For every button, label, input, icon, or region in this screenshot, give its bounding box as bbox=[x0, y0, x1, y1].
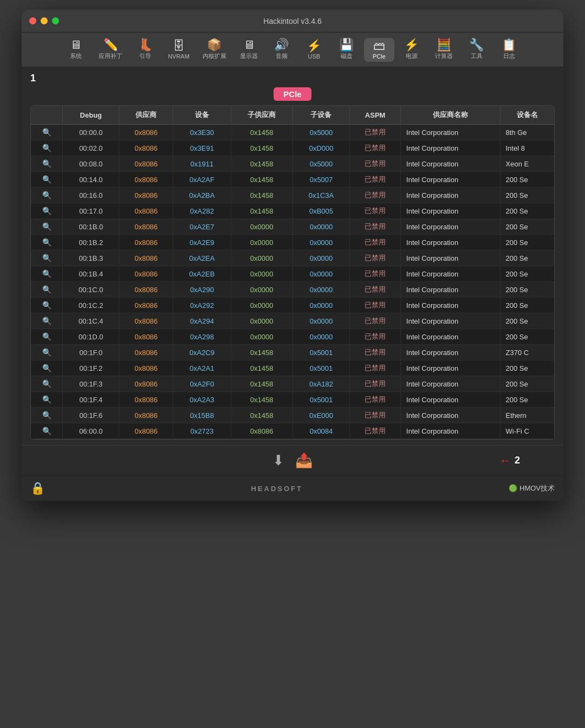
vendor-cell: 0x8086 bbox=[119, 423, 173, 439]
log-label: 日志 bbox=[503, 52, 515, 60]
search-cell[interactable]: 🔍 bbox=[31, 172, 63, 188]
subvendor-cell: 0x1458 bbox=[231, 172, 292, 188]
devname-cell: Intel 8 bbox=[500, 140, 554, 156]
table-row: 🔍00:1B.00x80860xA2E70x00000x0000已禁用Intel… bbox=[31, 219, 554, 235]
toolbar-item-tools[interactable]: 🔧 工具 bbox=[461, 37, 492, 62]
toolbar-item-nvram[interactable]: 🗄 NVRAM bbox=[162, 38, 195, 62]
subdevice-cell: 0xB005 bbox=[292, 203, 349, 219]
toolbar-item-display[interactable]: 🖥 显示器 bbox=[234, 37, 264, 62]
debug-cell: 00:1C.4 bbox=[63, 313, 119, 329]
search-cell[interactable]: 🔍 bbox=[31, 313, 63, 329]
subdevice-cell: 0x0000 bbox=[292, 235, 349, 250]
devname-cell: 200 Se bbox=[500, 172, 554, 188]
search-cell[interactable]: 🔍 bbox=[31, 329, 63, 345]
subvendor-cell: 0x0000 bbox=[231, 219, 292, 235]
table-row: 🔍00:1B.30x80860xA2EA0x00000x0000已禁用Intel… bbox=[31, 250, 554, 266]
subdevice-cell: 0x1C3A bbox=[292, 188, 349, 203]
vendor-cell: 0x8086 bbox=[119, 156, 173, 172]
toolbar-item-calc[interactable]: 🧮 计算器 bbox=[429, 37, 459, 62]
aspm-cell: 已禁用 bbox=[350, 360, 401, 376]
aspm-cell: 已禁用 bbox=[350, 345, 401, 360]
debug-cell: 00:1F.3 bbox=[63, 376, 119, 392]
table-row: 🔍00:1F.20x80860xA2A10x14580x5001已禁用Intel… bbox=[31, 360, 554, 376]
toolbar-item-pcie[interactable]: 🗃 PCle bbox=[364, 38, 394, 62]
search-cell[interactable]: 🔍 bbox=[31, 140, 63, 156]
search-cell[interactable]: 🔍 bbox=[31, 345, 63, 360]
toolbar-item-boot[interactable]: 👢 引导 bbox=[130, 37, 160, 62]
vendor-cell: 0x8086 bbox=[119, 235, 173, 250]
devname-cell: Xeon E bbox=[500, 156, 554, 172]
export-button[interactable]: 📤 bbox=[295, 452, 313, 469]
search-cell[interactable]: 🔍 bbox=[31, 266, 63, 282]
download-button[interactable]: ⬇ bbox=[272, 452, 284, 469]
aspm-cell: 已禁用 bbox=[350, 392, 401, 408]
usb-label: USB bbox=[308, 53, 321, 60]
debug-cell: 00:1F.2 bbox=[63, 360, 119, 376]
toolbar-item-patch[interactable]: ✏️ 应用补丁 bbox=[93, 37, 128, 62]
devname-cell: Wi-Fi C bbox=[500, 423, 554, 439]
subdevice-cell: 0xE000 bbox=[292, 408, 349, 423]
devname-cell: 200 Se bbox=[500, 376, 554, 392]
power-icon: ⚡ bbox=[404, 39, 419, 51]
aspm-cell: 已禁用 bbox=[350, 408, 401, 423]
toolbar-item-power[interactable]: ⚡ 电源 bbox=[396, 37, 427, 62]
search-cell[interactable]: 🔍 bbox=[31, 360, 63, 376]
search-cell[interactable]: 🔍 bbox=[31, 298, 63, 313]
close-button[interactable] bbox=[29, 17, 36, 24]
subvendor-cell: 0x0000 bbox=[231, 250, 292, 266]
vendor-cell: 0x8086 bbox=[119, 125, 173, 140]
vendor-cell: 0x8086 bbox=[119, 392, 173, 408]
boot-label: 引导 bbox=[139, 52, 151, 60]
pcie-table: Debug 供应商 设备 子供应商 子设备 ASPM 供应商名称 设备名 🔍00… bbox=[31, 106, 554, 439]
table-row: 🔍00:1B.40x80860xA2EB0x00000x0000已禁用Intel… bbox=[31, 266, 554, 282]
search-cell[interactable]: 🔍 bbox=[31, 203, 63, 219]
aspm-cell: 已禁用 bbox=[350, 313, 401, 329]
debug-cell: 00:14.0 bbox=[63, 172, 119, 188]
debug-cell: 00:1B.3 bbox=[63, 250, 119, 266]
toolbar-item-kext[interactable]: 📦 内核扩展 bbox=[197, 37, 232, 62]
subdevice-cell: 0x5007 bbox=[292, 172, 349, 188]
vendorname-cell: Intel Corporation bbox=[401, 250, 500, 266]
search-cell[interactable]: 🔍 bbox=[31, 282, 63, 298]
search-cell[interactable]: 🔍 bbox=[31, 219, 63, 235]
toolbar-item-audio[interactable]: 🔊 音频 bbox=[266, 37, 297, 62]
search-cell[interactable]: 🔍 bbox=[31, 392, 63, 408]
search-cell[interactable]: 🔍 bbox=[31, 188, 63, 203]
vendorname-cell: Intel Corporation bbox=[401, 408, 500, 423]
device-cell: 0xA290 bbox=[173, 282, 231, 298]
usb-icon: ⚡ bbox=[307, 40, 321, 52]
disk-icon: 💾 bbox=[339, 39, 354, 51]
red-arrow-icon: ← bbox=[499, 454, 511, 468]
toolbar-item-log[interactable]: 📋 日志 bbox=[494, 37, 524, 62]
device-cell: 0xA2BA bbox=[173, 188, 231, 203]
toolbar-item-disk[interactable]: 💾 磁盘 bbox=[332, 37, 362, 62]
search-cell[interactable]: 🔍 bbox=[31, 376, 63, 392]
subdevice-cell: 0xD000 bbox=[292, 140, 349, 156]
fullscreen-button[interactable] bbox=[52, 17, 59, 24]
search-cell[interactable]: 🔍 bbox=[31, 423, 63, 439]
subvendor-cell: 0x0000 bbox=[231, 266, 292, 282]
vendorname-cell: Intel Corporation bbox=[401, 376, 500, 392]
pcie-tab-badge[interactable]: PCle bbox=[274, 87, 311, 101]
nvram-icon: 🗄 bbox=[173, 40, 185, 52]
table-row: 🔍00:1C.40x80860xA2940x00000x0000已禁用Intel… bbox=[31, 313, 554, 329]
search-cell[interactable]: 🔍 bbox=[31, 408, 63, 423]
search-cell[interactable]: 🔍 bbox=[31, 125, 63, 140]
search-cell[interactable]: 🔍 bbox=[31, 156, 63, 172]
vendorname-cell: Intel Corporation bbox=[401, 360, 500, 376]
display-icon: 🖥 bbox=[243, 39, 255, 51]
audio-icon: 🔊 bbox=[274, 39, 289, 51]
minimize-button[interactable] bbox=[41, 17, 48, 24]
table-row: 🔍00:1C.20x80860xA2920x00000x0000已禁用Intel… bbox=[31, 298, 554, 313]
toolbar-item-usb[interactable]: ⚡ USB bbox=[299, 38, 329, 62]
power-label: 电源 bbox=[406, 52, 418, 60]
search-cell[interactable]: 🔍 bbox=[31, 235, 63, 250]
search-cell[interactable]: 🔍 bbox=[31, 250, 63, 266]
aspm-cell: 已禁用 bbox=[350, 282, 401, 298]
kext-label: 内核扩展 bbox=[203, 52, 226, 60]
vendor-cell: 0x8086 bbox=[119, 203, 173, 219]
subvendor-cell: 0x0000 bbox=[231, 313, 292, 329]
tools-icon: 🔧 bbox=[469, 39, 484, 51]
table-row: 🔍00:1D.00x80860xA2980x00000x0000已禁用Intel… bbox=[31, 329, 554, 345]
toolbar-item-system[interactable]: 🖥 系统 bbox=[61, 37, 91, 62]
